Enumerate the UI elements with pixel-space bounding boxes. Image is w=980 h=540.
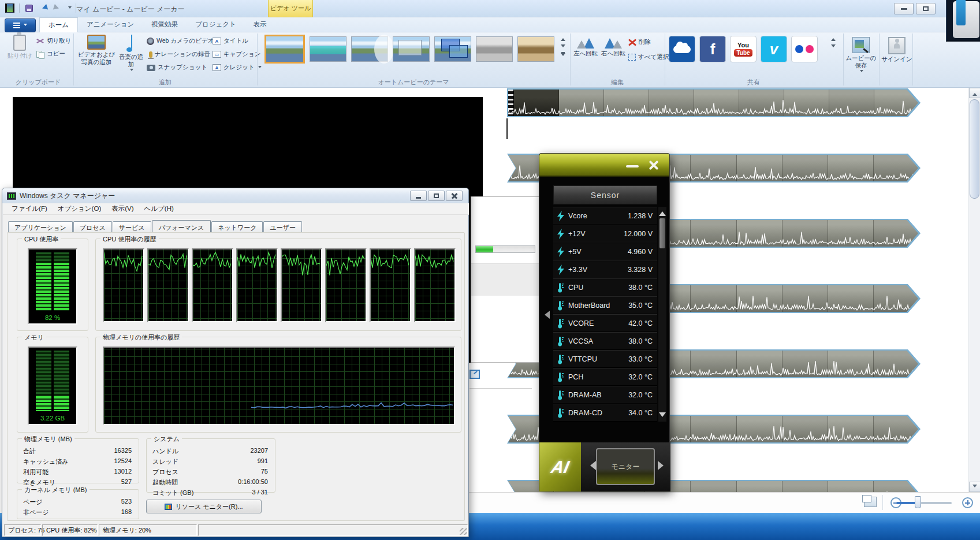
record-narration-button[interactable]: ナレーションの録音: [147, 50, 217, 58]
tab-0[interactable]: ホーム: [39, 17, 78, 32]
snapshot-button[interactable]: スナップショット: [147, 64, 207, 72]
minimize-icon: [416, 197, 421, 199]
scissors-icon: [36, 38, 44, 45]
copy-button[interactable]: コピー: [36, 50, 65, 58]
menu-item[interactable]: ヘルプ(H): [139, 204, 179, 213]
corner-overlay-window[interactable]: [946, 0, 980, 42]
save-movie-button[interactable]: ムービーの保存: [845, 37, 877, 74]
select-all-button[interactable]: すべて選択: [628, 53, 669, 61]
timeline-clip-row-1[interactable]: [507, 88, 921, 117]
rotate-left-button[interactable]: 左へ回転: [573, 36, 598, 57]
progress-bar-fill: [476, 246, 493, 252]
widget-collapse-arrow-icon[interactable]: [541, 311, 550, 319]
menu-item[interactable]: 表示(V): [106, 204, 139, 213]
monitor-page-button[interactable]: モニター: [596, 448, 655, 485]
title-button[interactable]: A タイトル: [213, 37, 248, 45]
maximize-button[interactable]: [428, 191, 445, 201]
menu-item[interactable]: ファイル(F): [6, 204, 53, 213]
file-menu-button[interactable]: [5, 18, 36, 32]
close-button[interactable]: [446, 191, 463, 201]
theme-shatter[interactable]: [434, 36, 471, 62]
sign-in-button[interactable]: サインイン: [881, 37, 912, 63]
cpu-history-graphs: [103, 248, 456, 322]
scroll-down-icon[interactable]: [659, 412, 666, 420]
timeline-scrollbar[interactable]: [968, 88, 980, 492]
ai-suite-logo-tile[interactable]: AI: [539, 442, 581, 491]
rotate-right-button[interactable]: 右へ回転: [601, 36, 626, 57]
minimize-button[interactable]: [894, 3, 914, 14]
minimize-button[interactable]: [410, 191, 427, 201]
task-manager-titlebar[interactable]: Windows タスク マネージャー: [2, 188, 468, 203]
cpu-history-groupbox: CPU 使用率の履歴: [95, 239, 461, 331]
zoom-slider-thumb[interactable]: [915, 496, 921, 508]
gallery-up-icon[interactable]: [831, 36, 836, 41]
theme-pan-zoom[interactable]: [393, 36, 430, 62]
pane-divider: [469, 388, 532, 389]
app-icon[interactable]: [5, 3, 15, 13]
minimize-button[interactable]: [626, 165, 639, 167]
theme-contemporary[interactable]: [310, 36, 346, 62]
scrollbar-thumb[interactable]: [970, 99, 979, 199]
resize-grip[interactable]: [460, 528, 467, 535]
stat-row: ハンドル23207: [147, 446, 275, 456]
caption-button[interactable]: ▭ キャプション: [213, 50, 260, 58]
add-music-button[interactable]: 音楽の追加: [118, 35, 144, 73]
sensor-widget-titlebar[interactable]: [539, 154, 669, 177]
share-vimeo-tile[interactable]: v: [761, 36, 787, 62]
menu-item[interactable]: オプション(O): [53, 204, 106, 213]
add-videos-photos-button[interactable]: ビデオおよび写真の追加: [77, 35, 115, 65]
undo-button[interactable]: [38, 3, 49, 13]
copy-icon: [36, 50, 44, 58]
gallery-up-icon[interactable]: [561, 36, 565, 41]
theme-black-white[interactable]: [476, 36, 513, 62]
maximize-button[interactable]: [916, 3, 936, 14]
ribbon-tabs: ホームアニメーション視覚効果プロジェクト表示: [39, 17, 275, 32]
group-edit: 左へ回転 右へ回転 削除 すべて選択 編集: [571, 32, 664, 88]
delete-button[interactable]: 削除: [628, 38, 651, 46]
qat-dropdown-caret-icon[interactable]: [68, 6, 72, 10]
zoom-in-button[interactable]: [962, 497, 973, 508]
sensor-name: DRAM-AB: [568, 391, 602, 399]
save-button[interactable]: [24, 3, 34, 13]
group-clipboard: 貼り付け 切り取り コピー クリップボード: [3, 32, 73, 88]
stat-value: 991: [258, 457, 268, 466]
gallery-down-icon[interactable]: [831, 44, 836, 50]
tab-4[interactable]: 表示: [245, 17, 275, 32]
webcam-video-button[interactable]: Web カメラのビデオ: [147, 37, 214, 45]
tab-1[interactable]: アニメーション: [78, 17, 143, 32]
share-flickr-tile[interactable]: [791, 36, 818, 62]
sensor-scrollbar[interactable]: [658, 207, 666, 422]
kernel-memory-label: カーネル メモリ (MB): [22, 486, 90, 494]
theme-gallery: [264, 35, 554, 64]
cut-button[interactable]: 切り取り: [36, 37, 72, 45]
theme-default[interactable]: [264, 35, 305, 64]
chevron-up-icon: [972, 91, 977, 96]
thumbnail-size-icon[interactable]: [864, 497, 877, 507]
sensor-widget: Sensor Vcore 1.238 V +12V 12.000 V +5V 4…: [539, 153, 670, 491]
close-button[interactable]: [648, 159, 659, 171]
zoom-slider-track[interactable]: [896, 502, 952, 504]
paste-button[interactable]: 貼り付け: [6, 35, 33, 59]
share-onedrive-tile[interactable]: [669, 36, 695, 62]
close-icon: [452, 193, 457, 199]
gallery-more-icon[interactable]: [561, 53, 565, 58]
sensor-row-+3.3V: +3.3V 3.328 V: [553, 260, 657, 278]
theme-sepia[interactable]: [517, 36, 554, 62]
tab-2[interactable]: 視覚効果: [143, 17, 187, 32]
scroll-up-button[interactable]: [969, 88, 980, 98]
theme-cinematic[interactable]: [351, 36, 388, 62]
scroll-down-button[interactable]: [969, 482, 980, 492]
tab-3[interactable]: プロジェクト: [187, 17, 245, 32]
page-right-arrow-icon[interactable]: [658, 461, 668, 470]
credits-button[interactable]: A クレジット: [213, 64, 262, 72]
scroll-up-icon[interactable]: [659, 208, 666, 216]
page-left-arrow-icon[interactable]: [586, 461, 596, 470]
share-facebook-tile[interactable]: f: [699, 36, 726, 62]
share-youtube-tile[interactable]: YouTube: [730, 36, 757, 62]
gallery-down-icon[interactable]: [561, 44, 565, 50]
resource-monitor-button[interactable]: リソース モニター(R)...: [146, 500, 262, 513]
timeline-playhead[interactable]: [506, 118, 508, 139]
redo-button[interactable]: [53, 3, 63, 13]
scrollbar-thumb[interactable]: [659, 218, 665, 248]
expand-preview-icon[interactable]: [469, 370, 480, 379]
